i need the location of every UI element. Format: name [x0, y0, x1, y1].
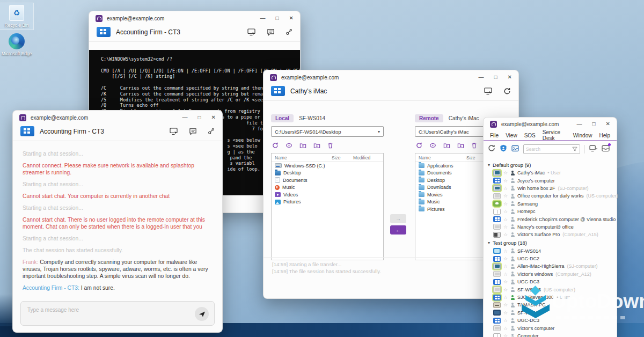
computer-row[interactable]: ☆Computer: [488, 332, 617, 337]
session-settings-icon[interactable]: [208, 128, 215, 135]
file-row[interactable]: Windows-SSD (C:): [272, 162, 383, 170]
desktop-icon-microsoft-edge[interactable]: Microsoft Edge: [0, 33, 33, 56]
computer-row[interactable]: ☆Win home box 2F(SJ-computer): [488, 185, 617, 192]
remote-desktop-icon[interactable]: [247, 28, 256, 36]
menu-view[interactable]: View: [506, 133, 517, 138]
computer-row[interactable]: ☆Cathy's iMac• User: [488, 169, 617, 177]
minimize-button[interactable]: —: [260, 16, 266, 21]
star-icon[interactable]: ☆: [503, 248, 508, 254]
column-name[interactable]: Name: [419, 155, 466, 160]
file-row[interactable]: Videos: [272, 191, 383, 199]
star-icon[interactable]: ☆: [503, 232, 508, 237]
close-button[interactable]: ✕: [211, 115, 216, 120]
computer-row[interactable]: ☆Allen-iMac-HighSierra(SJ-computer): [488, 262, 617, 270]
star-icon[interactable]: ☆: [503, 217, 508, 222]
reconnect-icon[interactable]: [503, 87, 511, 95]
session-settings-icon[interactable]: [286, 28, 292, 35]
delete-icon[interactable]: [327, 142, 333, 149]
local-file-table[interactable]: Name Size Modified Windows-SSD (C:)Deskt…: [271, 153, 384, 260]
computer-row[interactable]: ☆TAMASH-PC: [488, 301, 617, 309]
computer-row[interactable]: ☆SF-WS015(US-computer): [488, 285, 617, 293]
new-folder-icon[interactable]: [457, 142, 464, 149]
chat-icon[interactable]: [267, 28, 275, 36]
computer-row[interactable]: ☆Victor's windows(Computer_A12): [488, 270, 617, 278]
local-path-select[interactable]: C:\Users\SF-WS014\Desktop ▾: [271, 126, 384, 137]
maximize-button[interactable]: □: [276, 16, 279, 21]
group-header[interactable]: ▾Test group (18): [488, 239, 617, 247]
computer-row[interactable]: ☆UGC-DC2: [488, 255, 617, 262]
computer-row[interactable]: ☆UGC-DC3: [488, 317, 617, 324]
filter-icon[interactable]: [572, 144, 577, 154]
computer-row[interactable]: ☆Homepc: [488, 208, 617, 215]
star-icon[interactable]: ☆: [503, 186, 508, 191]
star-icon[interactable]: ☆: [503, 279, 508, 284]
screenshot-icon[interactable]: [511, 144, 519, 154]
star-icon[interactable]: ☆: [503, 193, 508, 199]
local-tab[interactable]: Local: [271, 114, 294, 122]
star-icon[interactable]: ☆: [503, 170, 508, 175]
star-icon[interactable]: ☆: [503, 295, 508, 300]
star-icon[interactable]: ☆: [503, 224, 508, 230]
file-row[interactable]: Desktop: [272, 170, 383, 177]
computer-row[interactable]: ☆SF-WS41: [488, 309, 617, 317]
star-icon[interactable]: ☆: [503, 310, 508, 316]
close-button[interactable]: ✕: [508, 75, 512, 80]
maximize-button[interactable]: □: [494, 75, 497, 80]
delete-icon[interactable]: [471, 142, 477, 149]
refresh-icon[interactable]: [416, 142, 422, 149]
minimize-button[interactable]: —: [479, 75, 484, 80]
folder-upload-icon[interactable]: [443, 142, 450, 149]
minimize-button[interactable]: —: [182, 115, 188, 120]
computer-row[interactable]: ☆Frederick Chopin's computer @ Vienna st…: [488, 215, 617, 223]
computer-row[interactable]: ☆Victor's computer: [488, 324, 617, 332]
star-icon[interactable]: ☆: [503, 318, 508, 323]
star-icon[interactable]: ☆: [503, 333, 508, 337]
star-icon[interactable]: ☆: [503, 201, 508, 207]
star-icon[interactable]: ☆: [503, 256, 508, 261]
star-icon[interactable]: ☆: [503, 302, 508, 307]
remote-desktop-icon[interactable]: [170, 128, 178, 135]
column-size[interactable]: Size: [332, 155, 353, 160]
disk-icon[interactable]: [429, 142, 436, 149]
menu-service-desk[interactable]: Service Desk: [543, 129, 566, 141]
computer-row[interactable]: ☆SF-WS014: [488, 247, 617, 255]
computer-row[interactable]: ☆UGC-DC3: [488, 278, 617, 285]
new-folder-icon[interactable]: [313, 142, 320, 149]
chat-icon[interactable]: [189, 128, 197, 135]
computer-row[interactable]: ☆Samsung: [488, 200, 617, 208]
column-name[interactable]: Name: [275, 155, 332, 160]
transfer-left-button[interactable]: ←: [390, 225, 406, 235]
file-row[interactable]: Music: [272, 184, 383, 192]
send-button[interactable]: [195, 307, 209, 321]
close-button[interactable]: ✕: [289, 16, 294, 21]
titlebar[interactable]: example@example.com — □ ✕: [13, 111, 222, 124]
minimize-button[interactable]: —: [577, 121, 582, 127]
menu-help[interactable]: Help: [599, 133, 610, 138]
titlebar[interactable]: example@example.com — □ ✕: [89, 11, 300, 25]
search-input[interactable]: Search: [523, 144, 580, 154]
computer-row[interactable]: ☆Joyce's computer: [488, 177, 617, 184]
refresh-icon[interactable]: [272, 142, 279, 149]
group-header[interactable]: ▾Default group (9): [488, 160, 617, 169]
star-icon[interactable]: ☆: [503, 287, 508, 292]
chat-input[interactable]: Type a message here: [20, 301, 215, 326]
menu-sos[interactable]: SOS: [524, 133, 536, 138]
computer-row[interactable]: ☆Office computer for daily works(US-comp…: [488, 192, 617, 200]
computer-row[interactable]: ☆Victor's Surface Pro(Computer_A15): [488, 231, 617, 238]
folder-upload-icon[interactable]: [299, 142, 306, 149]
computer-row[interactable]: ☆Nancy's computer@ office: [488, 223, 617, 231]
star-icon[interactable]: ☆: [503, 209, 508, 214]
menu-file[interactable]: File: [490, 133, 499, 138]
file-row[interactable]: Documents: [272, 177, 383, 184]
star-icon[interactable]: ☆: [503, 178, 508, 184]
titlebar[interactable]: example@example.com — □ ✕: [484, 118, 617, 130]
maximize-button[interactable]: □: [198, 115, 201, 120]
maximize-button[interactable]: □: [592, 121, 596, 127]
computer-row[interactable]: ☆SJC-Steven4300• User: [488, 294, 617, 301]
deploy-monitor-icon[interactable]: [589, 144, 597, 154]
star-icon[interactable]: ☆: [503, 272, 508, 277]
close-button[interactable]: ✕: [606, 121, 610, 127]
refresh-icon[interactable]: [488, 144, 495, 154]
transfer-right-button[interactable]: →: [390, 214, 406, 223]
sos-icon[interactable]: [500, 144, 507, 154]
